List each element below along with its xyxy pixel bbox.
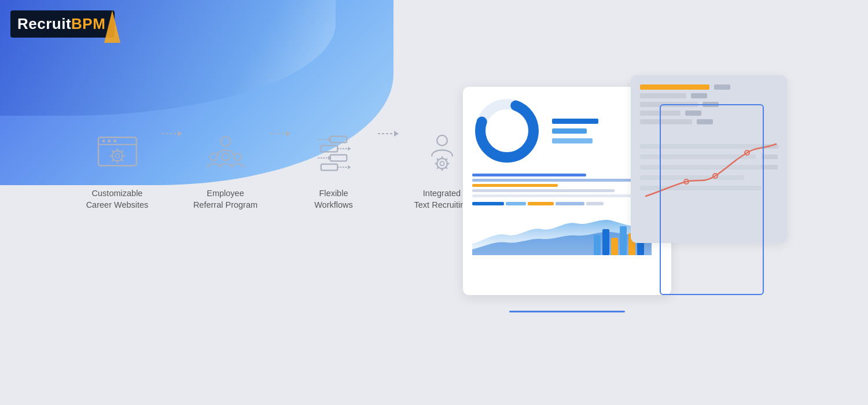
workflows-icon bbox=[311, 130, 357, 176]
svg-point-37 bbox=[437, 135, 447, 146]
svg-rect-53 bbox=[620, 226, 627, 255]
svg-rect-51 bbox=[602, 229, 609, 255]
svg-marker-22 bbox=[286, 131, 290, 137]
svg-line-11 bbox=[112, 150, 113, 152]
referral-program-label: EmployeeReferral Program bbox=[193, 187, 258, 211]
referral-program-icon bbox=[203, 130, 249, 176]
logo: RecruitBPM bbox=[10, 10, 115, 38]
legend-bar-3 bbox=[552, 138, 593, 143]
logo-text: RecruitBPM bbox=[17, 15, 105, 33]
svg-rect-62 bbox=[762, 154, 778, 159]
feature-referral-program: EmployeeReferral Program bbox=[183, 127, 267, 211]
mbar-1 bbox=[472, 202, 504, 205]
svg-point-3 bbox=[108, 139, 111, 142]
svg-rect-23 bbox=[330, 137, 346, 143]
svg-line-46 bbox=[446, 159, 447, 160]
feature-career-websites: CustomizableCareer Websites bbox=[75, 127, 159, 211]
svg-rect-52 bbox=[611, 238, 618, 255]
arrow-3 bbox=[377, 127, 399, 172]
svg-rect-25 bbox=[330, 155, 346, 161]
svg-line-47 bbox=[437, 167, 438, 168]
workflows-icon-wrap bbox=[308, 127, 360, 179]
svg-marker-36 bbox=[394, 131, 399, 137]
dashboard-area bbox=[463, 75, 833, 330]
div-line-1 bbox=[472, 174, 586, 176]
text-recruiting-icon-wrap bbox=[416, 127, 468, 179]
analytics-small-bar-1 bbox=[714, 84, 730, 90]
donut-legend bbox=[552, 119, 598, 143]
mbar-5 bbox=[586, 202, 604, 205]
svg-point-4 bbox=[113, 139, 116, 142]
svg-point-2 bbox=[102, 139, 105, 142]
svg-point-39 bbox=[440, 161, 444, 165]
feature-workflows: FlexibleWorkflows bbox=[292, 127, 376, 211]
logo-bpm: BPM bbox=[71, 15, 105, 32]
workflows-label: FlexibleWorkflows bbox=[314, 187, 353, 211]
career-websites-icon-wrap bbox=[91, 127, 144, 179]
div-line-4 bbox=[472, 189, 615, 192]
legend-bar-1 bbox=[552, 119, 598, 124]
arrow-1 bbox=[160, 127, 182, 172]
svg-marker-16 bbox=[178, 131, 182, 137]
logo-slash-decoration bbox=[104, 10, 120, 43]
referral-program-icon-wrap bbox=[200, 127, 252, 179]
svg-rect-63 bbox=[762, 165, 778, 170]
analytics-bar-orange-1 bbox=[640, 84, 709, 90]
bottom-accent-line bbox=[509, 311, 625, 312]
svg-marker-34 bbox=[348, 165, 351, 169]
svg-point-17 bbox=[221, 137, 230, 146]
analytics-bar-row-1 bbox=[640, 84, 778, 90]
arrow-2 bbox=[269, 127, 290, 172]
svg-point-20 bbox=[222, 153, 229, 160]
career-websites-label: CustomizableCareer Websites bbox=[86, 187, 149, 211]
features-section: CustomizableCareer Websites bbox=[75, 127, 484, 211]
svg-line-45 bbox=[446, 167, 447, 168]
analytics-bar-gray-1 bbox=[640, 93, 686, 98]
mbar-3 bbox=[528, 202, 554, 205]
div-line-3 bbox=[472, 184, 558, 187]
analytics-small-bar-2 bbox=[691, 93, 707, 98]
legend-bar-2 bbox=[552, 128, 587, 134]
div-line-2 bbox=[472, 179, 634, 182]
mbar-2 bbox=[506, 202, 526, 205]
logo-recruit: Recruit bbox=[17, 15, 71, 32]
svg-point-19 bbox=[234, 153, 241, 160]
blue-outline-card bbox=[660, 104, 764, 295]
svg-rect-24 bbox=[321, 146, 337, 152]
analytics-bar-row-2 bbox=[640, 93, 778, 98]
svg-line-12 bbox=[121, 160, 122, 161]
mbar-4 bbox=[556, 202, 584, 205]
main-content: RecruitBPM bbox=[0, 0, 868, 405]
svg-line-44 bbox=[437, 159, 438, 160]
text-recruiting-label: IntegratedText Recruiting bbox=[414, 187, 470, 211]
donut-chart bbox=[472, 96, 542, 165]
svg-marker-30 bbox=[348, 146, 351, 150]
div-line-5 bbox=[472, 194, 643, 197]
text-recruiting-icon bbox=[419, 130, 465, 176]
svg-line-14 bbox=[112, 160, 113, 161]
svg-rect-50 bbox=[594, 235, 601, 255]
career-websites-icon bbox=[94, 130, 141, 176]
svg-point-6 bbox=[115, 154, 119, 158]
svg-point-18 bbox=[210, 153, 217, 160]
svg-line-13 bbox=[121, 150, 122, 152]
svg-rect-26 bbox=[321, 164, 337, 171]
